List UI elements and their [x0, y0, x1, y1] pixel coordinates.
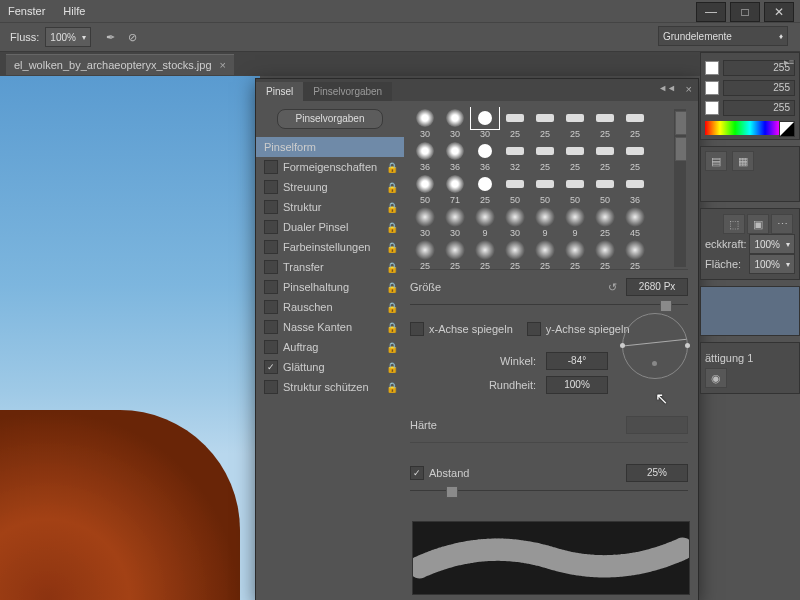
brush-thumb[interactable]: 9 — [560, 206, 590, 238]
option-checkbox[interactable] — [264, 280, 278, 294]
option-checkbox[interactable]: ✓ — [264, 360, 278, 374]
panel-collapse-icon[interactable]: ◄◄ — [658, 83, 676, 93]
fill-combo[interactable]: 100%▾ — [749, 254, 795, 274]
option-checkbox[interactable] — [264, 260, 278, 274]
menu-fenster[interactable]: Fenster — [8, 5, 45, 17]
flip-y-checkbox[interactable] — [527, 322, 541, 336]
brush-option-pinselform[interactable]: Pinselform — [256, 137, 404, 157]
hue-ramp[interactable] — [705, 121, 795, 135]
lock-icon[interactable]: 🔒 — [386, 222, 398, 233]
lock-icon[interactable]: 🔒 — [386, 262, 398, 273]
brush-thumb[interactable]: 50 — [530, 173, 560, 205]
brush-option-pinselhaltung[interactable]: Pinselhaltung🔒 — [256, 277, 404, 297]
swatch-grid-icon[interactable]: ▤ — [705, 151, 727, 171]
brush-thumb[interactable]: 9 — [530, 206, 560, 238]
menu-hilfe[interactable]: Hilfe — [63, 5, 85, 17]
brush-thumb[interactable]: 50 — [410, 173, 440, 205]
canvas[interactable] — [0, 76, 260, 600]
angle-value[interactable]: -84° — [546, 352, 608, 370]
brush-thumb[interactable]: 30 — [440, 206, 470, 238]
brush-thumb[interactable]: 36 — [410, 140, 440, 172]
crop-icon[interactable]: ▣ — [747, 214, 769, 234]
link-icon[interactable]: ⬚ — [723, 214, 745, 234]
lock-icon[interactable]: 🔒 — [386, 302, 398, 313]
brush-thumb[interactable]: 25 — [470, 173, 500, 205]
option-checkbox[interactable] — [264, 340, 278, 354]
option-checkbox[interactable] — [264, 320, 278, 334]
option-checkbox[interactable] — [264, 300, 278, 314]
brush-thumb[interactable]: 25 — [620, 239, 650, 270]
size-slider[interactable] — [410, 300, 688, 310]
flip-x-checkbox[interactable] — [410, 322, 424, 336]
brush-option-glättung[interactable]: ✓Glättung🔒 — [256, 357, 404, 377]
brush-thumb[interactable]: 25 — [620, 140, 650, 172]
lock-icon[interactable]: 🔒 — [386, 322, 398, 333]
bw-swatch[interactable] — [779, 121, 795, 137]
brush-thumb[interactable]: 25 — [410, 239, 440, 270]
color-swatch-g[interactable] — [705, 81, 719, 95]
preset-button[interactable]: Pinselvorgaben — [277, 109, 383, 129]
brush-thumb[interactable]: 30 — [470, 107, 500, 139]
color-swatch-b[interactable] — [705, 101, 719, 115]
brush-thumb[interactable]: 32 — [500, 140, 530, 172]
brush-thumb[interactable]: 25 — [470, 239, 500, 270]
brush-thumb[interactable]: 25 — [560, 140, 590, 172]
brush-option-struktur-schützen[interactable]: Struktur schützen🔒 — [256, 377, 404, 397]
brush-thumb[interactable]: 30 — [410, 206, 440, 238]
lock-icon[interactable]: 🔒 — [386, 182, 398, 193]
brush-thumb[interactable]: 50 — [500, 173, 530, 205]
option-checkbox[interactable] — [264, 220, 278, 234]
adjustment-layer[interactable]: ättigung 1 ◉ — [700, 342, 800, 394]
brush-option-dualer-pinsel[interactable]: Dualer Pinsel🔒 — [256, 217, 404, 237]
lock-icon[interactable]: 🔒 — [386, 242, 398, 253]
brush-thumb[interactable]: 25 — [560, 107, 590, 139]
brush-thumb[interactable]: 50 — [560, 173, 590, 205]
tab-pinselvorgaben[interactable]: Pinselvorgaben — [303, 82, 392, 101]
brush-thumb[interactable]: 45 — [620, 206, 650, 238]
brush-thumb[interactable]: 25 — [590, 239, 620, 270]
brush-thumb[interactable]: 30 — [410, 107, 440, 139]
brush-thumb[interactable]: 30 — [500, 206, 530, 238]
airbrush-icon[interactable]: ✒ — [101, 28, 121, 46]
brush-thumb[interactable]: 9 — [470, 206, 500, 238]
swatch-list-icon[interactable]: ▦ — [732, 151, 754, 171]
angle-control[interactable] — [622, 313, 688, 379]
brush-option-nasse-kanten[interactable]: Nasse Kanten🔒 — [256, 317, 404, 337]
lock-icon[interactable]: 🔒 — [386, 202, 398, 213]
brush-thumb[interactable]: 25 — [590, 107, 620, 139]
tab-pinsel[interactable]: Pinsel — [256, 82, 303, 101]
lock-icon[interactable]: 🔒 — [386, 382, 398, 393]
brush-thumbnail-grid[interactable]: 3030302525252525363636322525252550712550… — [410, 107, 688, 270]
option-checkbox[interactable] — [264, 180, 278, 194]
more-icon[interactable]: ⋯ — [771, 214, 793, 234]
size-value[interactable]: 2680 Px — [626, 278, 688, 296]
brush-option-transfer[interactable]: Transfer🔒 — [256, 257, 404, 277]
fluss-combo[interactable]: 100%▾ — [45, 27, 91, 47]
lock-icon[interactable]: 🔒 — [386, 362, 398, 373]
panel-menu-icon[interactable]: ▸≡ — [784, 57, 794, 67]
layer-selected[interactable] — [700, 286, 800, 336]
opacity-combo[interactable]: 100%▾ — [749, 234, 795, 254]
close-icon[interactable]: × — [220, 59, 226, 71]
tablet-pressure-icon[interactable]: ⊘ — [123, 28, 143, 46]
brush-thumb[interactable]: 50 — [590, 173, 620, 205]
brush-thumb[interactable]: 25 — [530, 239, 560, 270]
color-swatch-r[interactable] — [705, 61, 719, 75]
brush-option-streuung[interactable]: Streuung🔒 — [256, 177, 404, 197]
brush-option-struktur[interactable]: Struktur🔒 — [256, 197, 404, 217]
window-minimize[interactable]: — — [696, 2, 726, 22]
visibility-icon[interactable]: ◉ — [705, 368, 727, 388]
brush-thumb[interactable]: 30 — [440, 107, 470, 139]
brush-thumb[interactable]: 25 — [500, 239, 530, 270]
brush-thumb[interactable]: 25 — [530, 107, 560, 139]
brush-option-farbeinstellungen[interactable]: Farbeinstellungen🔒 — [256, 237, 404, 257]
option-checkbox[interactable] — [264, 240, 278, 254]
brush-thumb[interactable]: 36 — [470, 140, 500, 172]
brush-thumb[interactable]: 25 — [530, 140, 560, 172]
document-tab[interactable]: el_wolken_by_archaeopteryx_stocks.jpg× — [6, 54, 234, 75]
brush-thumb[interactable]: 25 — [620, 107, 650, 139]
spacing-value[interactable]: 25% — [626, 464, 688, 482]
scrollbar[interactable] — [674, 109, 686, 267]
spacing-slider[interactable] — [410, 486, 688, 496]
brush-thumb[interactable]: 25 — [500, 107, 530, 139]
